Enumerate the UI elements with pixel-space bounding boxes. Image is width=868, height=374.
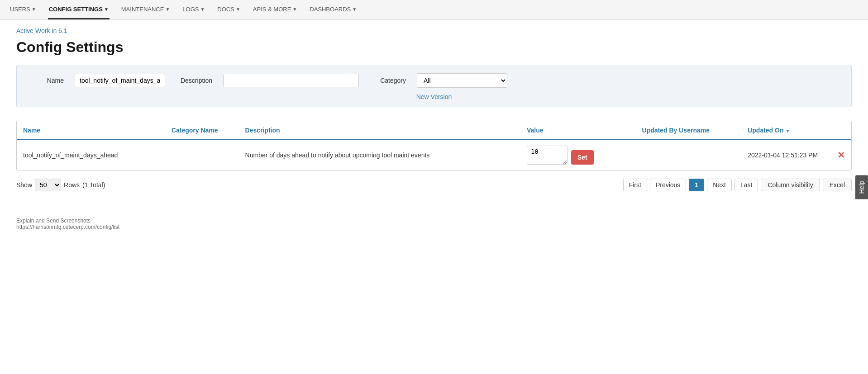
next-page-button[interactable]: Next: [707, 179, 732, 191]
excel-button[interactable]: Excel: [823, 179, 852, 191]
top-navigation: USERS ▼ CONFIG SETTINGS ▼ MAINTENANCE ▼ …: [0, 0, 868, 20]
breadcrumb[interactable]: Active Work in 6.1: [16, 27, 852, 34]
cell-delete[interactable]: ✕: [831, 140, 851, 170]
table-body: tool_notify_of_maint_days_ahead Number o…: [17, 140, 851, 170]
filter-box: Name Description Category All New Versio…: [16, 65, 852, 107]
desc-filter-label: Description: [176, 77, 212, 84]
nav-logs[interactable]: LOGS ▼: [181, 0, 205, 19]
col-header-value[interactable]: Value: [520, 121, 636, 140]
cell-updated-on: 2022-01-04 12:51:23 PM: [741, 140, 831, 170]
cell-value: 10 Set: [520, 140, 636, 170]
total-label: (1 Total): [82, 181, 105, 189]
pagination-row: Show 50 10 25 100 Rows (1 Total) First P…: [16, 179, 852, 191]
desc-filter-input[interactable]: [223, 74, 359, 87]
nav-docs[interactable]: DOCS ▼: [216, 0, 241, 19]
nav-apis-more[interactable]: APIS & MORE ▼: [252, 0, 298, 19]
cell-description: Number of days ahead to notify about upc…: [239, 140, 520, 170]
cell-category: [165, 140, 239, 170]
help-tab[interactable]: Help: [855, 175, 868, 199]
category-filter-label: Category: [370, 77, 406, 84]
new-version-link[interactable]: New Version: [416, 93, 452, 100]
last-page-button[interactable]: Last: [734, 179, 758, 191]
column-visibility-button[interactable]: Column visibility: [761, 179, 820, 191]
table-row: tool_notify_of_maint_days_ahead Number o…: [17, 140, 851, 170]
updated-on-sort-icon: ▼: [785, 128, 790, 133]
current-page-button[interactable]: 1: [689, 179, 704, 191]
footer: Explain and Send Screenshots https://har…: [0, 214, 868, 234]
col-header-updated-on[interactable]: Updated On ▼: [741, 121, 831, 140]
nav-dashboards[interactable]: DASHBOARDS ▼: [309, 0, 358, 19]
config-table-container: Name Category Name Description Value Upd…: [16, 121, 852, 170]
nav-config-settings[interactable]: CONFIG SETTINGS ▼: [48, 0, 110, 19]
set-button[interactable]: Set: [571, 150, 594, 165]
rows-per-page-select[interactable]: 50 10 25 100: [35, 179, 61, 191]
first-page-button[interactable]: First: [623, 179, 647, 191]
name-filter-input[interactable]: [75, 74, 165, 87]
col-header-description[interactable]: Description: [239, 121, 520, 140]
config-table: Name Category Name Description Value Upd…: [17, 121, 851, 170]
value-input[interactable]: 10: [527, 146, 568, 165]
nav-users[interactable]: USERS ▼: [9, 0, 37, 19]
previous-page-button[interactable]: Previous: [650, 179, 686, 191]
nav-maintenance[interactable]: MAINTENANCE ▼: [120, 0, 171, 19]
cell-updated-by: [636, 140, 742, 170]
name-filter-label: Name: [28, 77, 64, 84]
col-header-name[interactable]: Name: [17, 121, 165, 140]
table-header-row: Name Category Name Description Value Upd…: [17, 121, 851, 140]
footer-line1: Explain and Send Screenshots: [16, 218, 852, 224]
page-title: Config Settings: [16, 39, 852, 56]
col-header-actions: [831, 121, 851, 140]
cell-name: tool_notify_of_maint_days_ahead: [17, 140, 165, 170]
rows-label: Rows: [64, 181, 80, 189]
category-filter-select[interactable]: All: [417, 73, 507, 88]
main-content: Active Work in 6.1 Config Settings Name …: [0, 20, 868, 200]
col-header-updated-by[interactable]: Updated By Username: [636, 121, 742, 140]
show-label: Show: [16, 181, 32, 189]
col-header-category[interactable]: Category Name: [165, 121, 239, 140]
footer-line2: https://harrisonmfg.cetecerp.com/config/…: [16, 224, 852, 230]
delete-button[interactable]: ✕: [837, 151, 845, 160]
